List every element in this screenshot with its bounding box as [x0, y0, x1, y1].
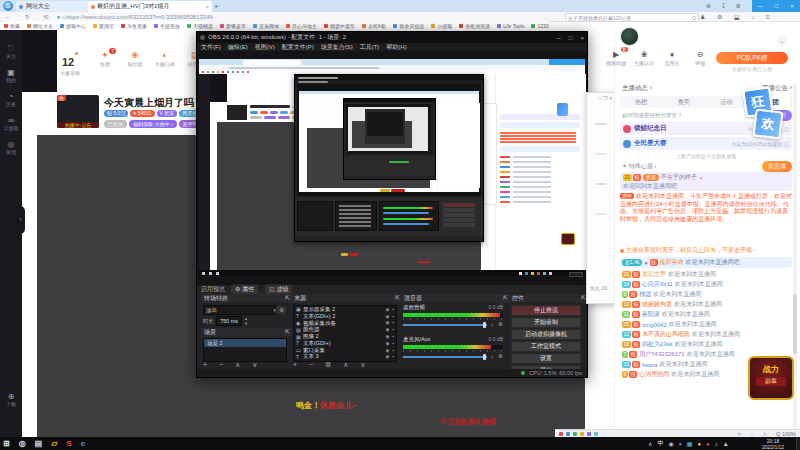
sidebar-download[interactable]: ⊕ 下载	[0, 392, 22, 407]
track-settings-icon[interactable]: ⚙	[498, 353, 502, 359]
message-user[interactable]: 星识之早	[642, 270, 666, 279]
bookmark-item[interactable]: 京东商城	[253, 23, 279, 29]
sidebar-item-发现[interactable]: ◎发现	[0, 140, 22, 155]
collapse-float-button[interactable]: ⌄	[777, 36, 787, 46]
bookmark-item[interactable]: 开心斗地主	[286, 23, 317, 29]
bookmark-item[interactable]: 斗鱼直播	[121, 23, 147, 29]
lock-icon[interactable]: ▪	[392, 327, 394, 332]
bookmark-item[interactable]: 12306抢票	[531, 23, 549, 29]
chat-tab-活动[interactable]: 活动	[705, 96, 748, 108]
scenes-toolbar[interactable]: + − ∧ ∨	[203, 361, 262, 369]
bookmark-item[interactable]: Life Tools	[497, 23, 524, 29]
dock-pin-icon[interactable]: ⇱	[285, 328, 290, 337]
dock-pin-icon[interactable]: ⇱	[395, 294, 400, 303]
duration-value[interactable]: 750 ms	[216, 316, 242, 326]
lock-icon[interactable]: ▪	[392, 307, 394, 312]
stream-action-pill[interactable]: 已关注	[104, 120, 127, 128]
sources-panel-header[interactable]: 来源⇱	[291, 294, 403, 303]
stream-thumbnail[interactable]: 热 热播中·公告	[57, 95, 99, 128]
message-user[interactable]: 心沟里的丙	[639, 370, 669, 379]
message-user[interactable]: 用户7432326171	[639, 350, 684, 359]
message-user[interactable]: zmg0042	[642, 322, 667, 328]
scenes-panel-header[interactable]: 场景⇱	[201, 328, 293, 337]
tabstrip-tools[interactable]: ⊕ ↧ ≣	[706, 2, 750, 9]
tray-volume-icon[interactable]: ♪	[715, 441, 718, 447]
address-bar[interactable]: https://www.douyu.com/6321153?r=0.303969…	[66, 14, 366, 20]
scene-item[interactable]: 场景 2	[204, 339, 286, 347]
wish-go-button[interactable]: 去完成	[762, 161, 792, 172]
chat-tab-贵宾[interactable]: 贵宾	[663, 96, 706, 108]
sidebar-item-关注[interactable]: ♡关注	[0, 44, 22, 59]
volume-slider[interactable]: ♪⚙	[403, 322, 503, 328]
quick-tool-icon[interactable]	[580, 432, 584, 436]
pinned-user[interactable]: 不在乎的样子	[661, 173, 697, 182]
tray-security-icon[interactable]: ♦	[679, 441, 682, 447]
dock-pin-icon[interactable]: ⇱	[503, 294, 508, 303]
message-user[interactable]: 来不及的山风细雨	[642, 330, 690, 339]
volume-slider[interactable]: ♪⚙	[403, 354, 503, 360]
header-item-鱼翅[interactable]: ✦7鱼翅	[92, 50, 118, 67]
chat-tool-主播认证[interactable]: ❀主播认证	[631, 50, 657, 66]
message-user[interactable]: 四处为23wl	[642, 340, 672, 349]
sogou-logo-icon[interactable]: S	[3, 1, 13, 11]
nav-icons[interactable]: ← ↻ ⟲ ⌂	[5, 13, 72, 20]
transition-config-icon[interactable]: ⚙	[276, 305, 287, 315]
tray-alert-icon[interactable]: ●	[706, 441, 710, 447]
anchor-news-link[interactable]: 主播动态 ›	[622, 84, 652, 93]
dock-pin-icon[interactable]: ⇱	[285, 294, 290, 303]
preview-toggle-label[interactable]: 启用预览	[201, 285, 225, 294]
taskbar-sogou-browser-icon[interactable]: S	[66, 439, 71, 448]
tray-app-grid-icon[interactable]: ▦	[687, 440, 693, 447]
highlight-user[interactable]: 孤胆英雄	[660, 258, 684, 267]
track-settings-icon[interactable]: ⚙	[498, 321, 502, 327]
tab-stream[interactable]: 最好的直播_HV门3对1烟月 ×	[88, 1, 212, 12]
bookmark-item[interactable]: 手游竞技	[154, 23, 180, 29]
bookmark-item[interactable]: 精选中老年	[324, 23, 355, 29]
bookmark-item[interactable]: 爱淘宝	[93, 23, 114, 29]
lock-icon[interactable]: ▪	[392, 314, 394, 319]
toolbar-right-icons[interactable]: ♟ ⚙ ⬓ ↓ ≡	[700, 13, 775, 20]
lock-icon[interactable]: ▪	[392, 341, 394, 346]
bookmark-item[interactable]: 游戏中心	[60, 23, 86, 29]
close-button[interactable]: ×	[790, 3, 794, 9]
statusbar-tools[interactable]: ⟳ ↓ ⚠	[737, 431, 771, 437]
controls-panel-header[interactable]: 控件⇱	[509, 294, 589, 303]
taskbar-folder-icon[interactable]: ▱	[51, 439, 57, 448]
mixer-panel-header[interactable]: 混音器⇱	[401, 294, 511, 303]
obs-titlebar[interactable]: OBS 26.0.0 (64-bit, windows) - 配置文件: 1 -…	[197, 32, 587, 43]
lock-icon[interactable]: ▪	[392, 334, 394, 339]
new-tab-button[interactable]: +	[210, 1, 222, 12]
scenes-list[interactable]: 场景 2	[203, 338, 287, 362]
tab-home[interactable]: 网址大全	[16, 1, 92, 12]
taskbar-browser-icon[interactable]: e	[81, 439, 85, 448]
message-user[interactable]: 独远	[639, 290, 651, 299]
bookmark-item[interactable]: 最会买优品	[393, 23, 424, 29]
zoom-level[interactable]: Q 100%	[776, 431, 796, 437]
browser-search-box[interactable]: 女子带娃骑摩托狂飙120公里 Q	[565, 13, 699, 22]
chat-tool-视频回放[interactable]: ▶新视频回放	[603, 50, 629, 66]
bookmark-item[interactable]: 网址大全	[27, 23, 53, 29]
visibility-eye-icon[interactable]: ◉	[385, 307, 389, 312]
obs-max-button[interactable]: □	[569, 35, 573, 41]
bookmark-item[interactable]: 收藏	[4, 23, 20, 29]
header-item-主播口碑[interactable]: ◐主播口碑	[152, 50, 178, 67]
speaker-icon[interactable]: ♪	[491, 321, 494, 327]
sources-toolbar[interactable]: + − ⚙ ∧ ∨	[293, 361, 370, 369]
stream-action-pill[interactable]: 福利领取·火热中 ›	[129, 120, 177, 128]
visibility-eye-icon[interactable]: ◉	[385, 334, 389, 339]
spinner-icons[interactable]: ▲▼	[244, 316, 248, 326]
visibility-eye-icon[interactable]: ◉	[385, 314, 389, 319]
tray-notifier-icon[interactable]: ●	[697, 441, 701, 447]
lock-icon[interactable]: ▪	[392, 354, 394, 359]
message-user[interactable]: 心闪闪9z11	[642, 280, 673, 289]
obs-min-button[interactable]: ─	[557, 35, 561, 41]
lock-icon[interactable]: ▪	[392, 348, 394, 353]
statusbar-quick-icons[interactable]	[559, 432, 598, 436]
taskbar-clock[interactable]: 20:18 2022/1/12	[752, 438, 794, 450]
transition-select[interactable]: 淡出 ▾	[203, 305, 279, 315]
slider-knob[interactable]	[483, 354, 486, 360]
speaker-icon[interactable]: ♪	[491, 353, 494, 359]
quick-tool-icon[interactable]	[566, 432, 570, 436]
sidebar-item-历史[interactable]: ◔历史	[0, 92, 22, 107]
header-item-粉丝团[interactable]: ❀粉丝团	[122, 50, 148, 67]
